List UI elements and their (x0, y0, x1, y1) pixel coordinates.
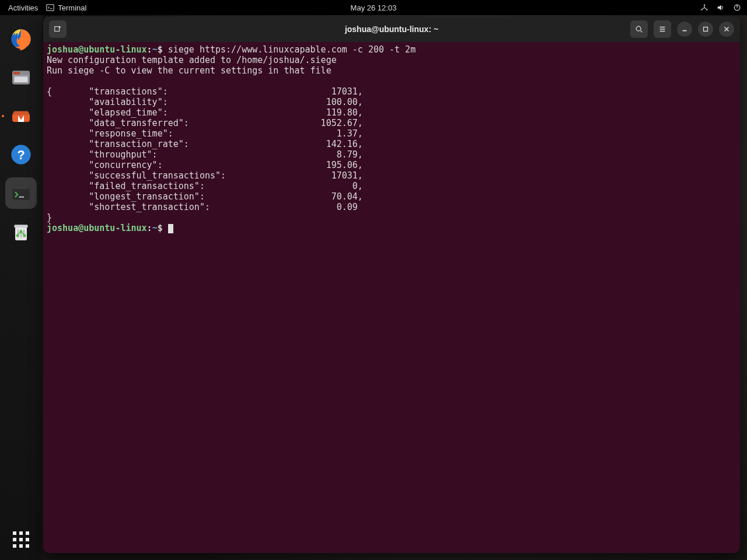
launcher-trash[interactable] (5, 216, 37, 247)
running-indicator-icon (2, 115, 4, 117)
terminal-output[interactable]: joshua@ubuntu-linux:~$ siege https://www… (43, 42, 740, 553)
svg-point-1 (704, 4, 705, 5)
activities-label: Activities (8, 4, 38, 12)
terminal-window: joshua@ubuntu-linux: ~ joshua@ubuntu-lin… (43, 16, 740, 553)
activities-button[interactable]: Activities (8, 4, 38, 12)
minimize-button[interactable] (677, 22, 692, 37)
system-status-area[interactable] (700, 4, 741, 12)
app-menu-button[interactable]: Terminal (46, 4, 86, 12)
launcher-terminal[interactable] (5, 177, 37, 209)
svg-point-2 (701, 9, 702, 10)
show-applications-button[interactable] (5, 524, 37, 555)
svg-rect-21 (704, 27, 708, 32)
svg-text:?: ? (17, 148, 25, 162)
svg-rect-9 (14, 76, 27, 82)
launcher-firefox[interactable] (5, 23, 37, 55)
launcher-help[interactable]: ? (5, 139, 37, 170)
svg-rect-7 (12, 75, 30, 76)
svg-rect-13 (12, 186, 30, 190)
new-tab-button[interactable] (49, 20, 67, 38)
svg-point-3 (706, 9, 707, 10)
terminal-icon (46, 4, 54, 12)
svg-point-20 (636, 26, 641, 31)
app-menu-label: Terminal (58, 4, 86, 12)
search-button[interactable] (630, 20, 648, 38)
svg-rect-15 (14, 225, 27, 228)
network-icon (700, 4, 708, 12)
window-titlebar[interactable]: joshua@ubuntu-linux: ~ (43, 16, 740, 42)
svg-rect-8 (13, 72, 20, 75)
maximize-button[interactable] (698, 22, 713, 37)
top-bar: Activities Terminal May 26 12:03 (0, 0, 747, 15)
launcher-software[interactable] (5, 100, 37, 132)
svg-rect-19 (55, 27, 60, 32)
apps-grid-icon (13, 531, 29, 548)
close-button[interactable] (719, 22, 734, 37)
power-icon (733, 4, 741, 12)
clock[interactable]: May 26 12:03 (351, 4, 397, 12)
dock: ? (0, 15, 42, 560)
hamburger-menu-button[interactable] (654, 20, 671, 38)
launcher-files[interactable] (5, 62, 37, 93)
volume-icon (717, 4, 725, 12)
svg-rect-0 (47, 5, 54, 11)
